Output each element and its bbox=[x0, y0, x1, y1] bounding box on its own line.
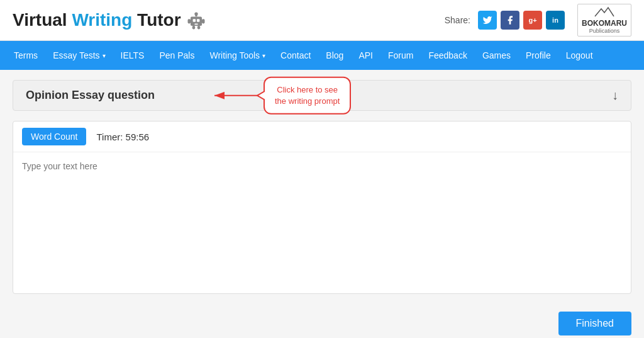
bokomaru-icon bbox=[592, 6, 617, 18]
nav-profile[interactable]: Profile bbox=[518, 41, 558, 70]
linkedin-icon[interactable]: in bbox=[546, 11, 565, 30]
callout-bubble[interactable]: Click here to see the writing prompt bbox=[264, 76, 351, 114]
nav-essay-tests[interactable]: Essay Tests ▾ bbox=[45, 41, 113, 70]
header: Virtual Writing Tutor Share: g+ in bbox=[0, 0, 644, 41]
robot-icon bbox=[185, 9, 208, 31]
timer-display: Timer: 59:56 bbox=[96, 132, 149, 142]
nav-games[interactable]: Games bbox=[475, 41, 518, 70]
svg-rect-8 bbox=[192, 26, 195, 29]
nav-contact[interactable]: Contact bbox=[273, 41, 318, 70]
nav-forum[interactable]: Forum bbox=[380, 41, 421, 70]
writing-tools-dropdown-icon: ▾ bbox=[262, 52, 265, 59]
svg-rect-1 bbox=[192, 19, 196, 22]
writing-area: Word Count Timer: 59:56 bbox=[13, 121, 631, 294]
nav-feedback[interactable]: Feedback bbox=[421, 41, 474, 70]
nav-pen-pals[interactable]: Pen Pals bbox=[152, 41, 202, 70]
svg-rect-7 bbox=[202, 19, 205, 23]
twitter-icon[interactable] bbox=[478, 11, 497, 30]
main-content: Opinion Essay question Click here to see… bbox=[0, 70, 644, 304]
facebook-icon[interactable] bbox=[501, 11, 519, 30]
nav-logout[interactable]: Logout bbox=[558, 41, 601, 70]
logo-virtual: Virtual bbox=[13, 10, 67, 30]
bokomaru-title: BOKOMARU bbox=[582, 19, 627, 28]
essay-textarea[interactable] bbox=[13, 152, 631, 291]
header-right: Share: g+ in BOKOMARU Publications bbox=[445, 4, 631, 37]
word-count-button[interactable]: Word Count bbox=[22, 128, 86, 145]
logo-writing: Writing bbox=[72, 10, 132, 30]
bokomaru-logo: BOKOMARU Publications bbox=[577, 4, 631, 37]
finished-button[interactable]: Finished bbox=[558, 312, 631, 335]
essay-title: Opinion Essay question bbox=[26, 89, 155, 102]
nav-ielts[interactable]: IELTS bbox=[113, 41, 152, 70]
nav-writing-tools[interactable]: Writing Tools ▾ bbox=[202, 41, 273, 70]
essay-expand-icon[interactable]: ↓ bbox=[612, 88, 618, 103]
callout-container: Click here to see the writing prompt bbox=[208, 76, 351, 114]
writing-toolbar: Word Count Timer: 59:56 bbox=[13, 121, 631, 152]
logo-tutor: Tutor bbox=[137, 10, 180, 30]
svg-rect-6 bbox=[187, 19, 191, 23]
nav-blog[interactable]: Blog bbox=[318, 41, 351, 70]
logo: Virtual Writing Tutor bbox=[13, 9, 208, 31]
footer-area: Finished bbox=[0, 304, 644, 338]
essay-tests-dropdown-icon: ▾ bbox=[103, 52, 106, 59]
google-plus-icon[interactable]: g+ bbox=[523, 11, 542, 30]
nav: Terms Essay Tests ▾ IELTS Pen Pals Writi… bbox=[0, 41, 644, 70]
nav-terms[interactable]: Terms bbox=[6, 41, 45, 70]
bokomaru-sub2: Publications bbox=[582, 28, 627, 34]
svg-rect-2 bbox=[196, 19, 199, 22]
social-icons: g+ in bbox=[478, 11, 565, 30]
nav-api[interactable]: API bbox=[351, 41, 380, 70]
svg-point-5 bbox=[194, 12, 197, 15]
share-label: Share: bbox=[445, 15, 470, 25]
essay-header: Opinion Essay question Click here to see… bbox=[13, 80, 631, 111]
svg-rect-9 bbox=[197, 26, 200, 29]
svg-rect-3 bbox=[194, 23, 197, 25]
